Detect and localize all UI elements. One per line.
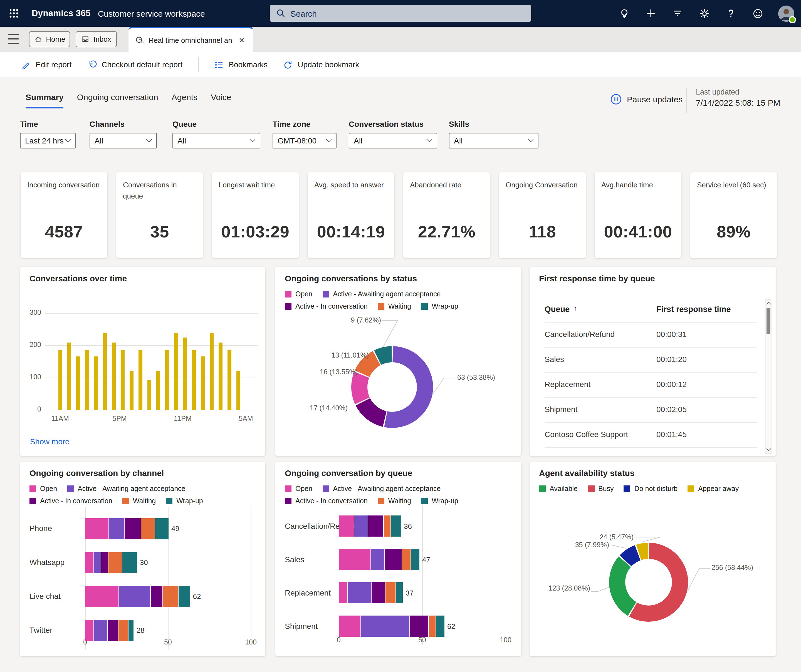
segment-active-awaiting-agent-acceptance[interactable] — [119, 586, 150, 607]
column-bar[interactable] — [174, 333, 178, 410]
table-scrollbar[interactable] — [766, 299, 772, 454]
segment-waiting[interactable] — [108, 552, 122, 573]
segment-open[interactable] — [339, 549, 370, 570]
segment-active-in-conversation[interactable] — [101, 552, 108, 573]
table-row-shipment[interactable]: Shipment00:02:05 — [545, 397, 757, 423]
scroll-up-icon[interactable] — [767, 302, 771, 307]
column-bar[interactable] — [138, 350, 142, 410]
checkout-default-report-button[interactable]: Checkout default report — [87, 60, 182, 69]
close-tab-icon[interactable]: ✕ — [237, 35, 246, 45]
column-bar[interactable] — [192, 350, 196, 410]
inbox-tab-button[interactable]: Inbox — [76, 31, 117, 47]
segment-wrap-up[interactable] — [411, 549, 420, 570]
filter-queue-select[interactable]: All — [172, 133, 260, 148]
update-bookmark-button[interactable]: Update bookmark — [283, 60, 359, 69]
stacked-bar-twitter[interactable] — [85, 620, 134, 641]
column-bar[interactable] — [58, 350, 62, 410]
segment-waiting[interactable] — [402, 549, 410, 570]
stacked-bar-whatsapp[interactable] — [85, 552, 137, 573]
column-bar[interactable] — [219, 343, 222, 410]
kpi-card-conversations-in-queue[interactable]: Conversations in queue35 — [116, 172, 203, 258]
bookmarks-button[interactable]: Bookmarks — [214, 60, 267, 69]
kpi-card-avg-speed-to-answer[interactable]: Avg. speed to answer00:14:19 — [307, 172, 394, 258]
column-bar[interactable] — [147, 380, 151, 410]
segment-active-in-conversation[interactable] — [385, 549, 402, 570]
segment-active-awaiting-agent-acceptance[interactable] — [94, 620, 107, 641]
show-more-link[interactable]: Show more — [30, 437, 69, 446]
segment-open[interactable] — [339, 582, 347, 603]
hamburger-menu-icon[interactable] — [8, 34, 19, 44]
column-bar[interactable] — [183, 337, 187, 410]
filter-skills-select[interactable]: All — [449, 133, 539, 148]
column-bar[interactable] — [103, 333, 107, 410]
segment-open[interactable] — [339, 516, 354, 537]
filter-channels-select[interactable]: All — [90, 133, 157, 148]
kpi-card-avg-handle-time[interactable]: Avg.handle time00:41:00 — [595, 172, 681, 258]
segment-open[interactable] — [85, 518, 108, 539]
active-report-tab[interactable]: Real time omnichannel an... ✕ — [129, 27, 253, 52]
column-bar[interactable] — [130, 371, 134, 410]
column-bar[interactable] — [85, 350, 89, 410]
tab-summary[interactable]: Summary — [26, 92, 64, 108]
kpi-card-service-level-60-sec[interactable]: Service level (60 sec)89% — [690, 172, 777, 258]
segment-active-awaiting-agent-acceptance[interactable] — [371, 549, 384, 570]
segment-waiting[interactable] — [429, 616, 436, 637]
kpi-card-ongoing-conversation[interactable]: Ongoing Conversation118 — [499, 172, 586, 258]
stacked-bar-shipment[interactable] — [339, 616, 444, 637]
segment-active-in-conversation[interactable] — [410, 616, 428, 637]
table-row-cancellation-refund[interactable]: Cancellation/Refund00:00:31 — [545, 323, 757, 347]
table-row-replacement[interactable]: Replacement00:00:12 — [545, 373, 757, 397]
waffle-menu-icon[interactable] — [7, 6, 21, 20]
user-avatar[interactable] — [778, 5, 794, 21]
table-row-contoso-coffee-support[interactable]: Contoso Coffee Support00:01:45 — [545, 423, 757, 448]
segment-active-in-conversation[interactable] — [372, 582, 385, 603]
stacked-bar-phone[interactable] — [85, 518, 169, 539]
segment-active-in-conversation[interactable] — [151, 586, 162, 607]
segment-active-in-conversation[interactable] — [108, 620, 117, 641]
scrollbar-thumb[interactable] — [767, 308, 770, 334]
segment-wrap-up[interactable] — [179, 586, 190, 607]
kpi-card-incoming-conversation[interactable]: Incoming conversation4587 — [21, 172, 107, 258]
filter-icon[interactable] — [671, 7, 684, 19]
tab-agents[interactable]: Agents — [172, 92, 198, 108]
segment-open[interactable] — [85, 586, 118, 607]
kpi-card-abandoned-rate[interactable]: Abandoned rate22.71% — [403, 172, 490, 258]
search-input[interactable]: Search — [270, 5, 531, 22]
segment-open[interactable] — [85, 552, 93, 573]
kpi-card-longest-wait-time[interactable]: Longest wait time01:03:29 — [212, 172, 299, 258]
segment-waiting[interactable] — [386, 582, 396, 603]
scroll-down-icon[interactable] — [767, 447, 771, 451]
segment-open[interactable] — [339, 616, 360, 637]
segment-active-in-conversation[interactable] — [368, 516, 383, 537]
segment-wrap-up[interactable] — [391, 516, 401, 537]
column-bar[interactable] — [67, 343, 71, 410]
help-icon[interactable] — [725, 7, 737, 19]
add-icon[interactable] — [645, 7, 657, 19]
segment-active-awaiting-agent-acceptance[interactable] — [347, 582, 371, 603]
table-row-sales[interactable]: Sales00:01:20 — [545, 347, 757, 373]
pause-updates-button[interactable]: Pause updates — [610, 93, 682, 105]
segment-open[interactable] — [85, 620, 93, 641]
tab-ongoing-conversation[interactable]: Ongoing conversation — [77, 92, 158, 108]
segment-waiting[interactable] — [163, 586, 178, 607]
segment-active-awaiting-agent-acceptance[interactable] — [109, 518, 124, 539]
segment-waiting[interactable] — [142, 518, 155, 539]
segment-wrap-up[interactable] — [122, 552, 137, 573]
tab-voice[interactable]: Voice — [211, 92, 231, 108]
column-bar[interactable] — [156, 371, 160, 410]
segment-active-in-conversation[interactable] — [124, 518, 141, 539]
filter-time-select[interactable]: Last 24 hrs — [20, 133, 76, 148]
table-row-contoso-coffee-sales[interactable]: Contoso Coffee Sales00:00:25 — [545, 448, 757, 456]
settings-gear-icon[interactable] — [698, 7, 710, 19]
segment-waiting[interactable] — [118, 620, 128, 641]
stacked-bar-live-chat[interactable] — [85, 586, 190, 607]
column-header-queue[interactable]: Queue — [545, 305, 569, 313]
stacked-bar-cancellation-refund[interactable] — [339, 516, 401, 537]
column-bar[interactable] — [201, 357, 205, 410]
home-tab-button[interactable]: Home — [29, 31, 70, 47]
column-bar[interactable] — [76, 357, 80, 410]
segment-wrap-up[interactable] — [155, 518, 169, 539]
column-bar[interactable] — [94, 357, 98, 410]
stacked-bar-sales[interactable] — [339, 549, 420, 570]
column-bar[interactable] — [165, 350, 169, 410]
